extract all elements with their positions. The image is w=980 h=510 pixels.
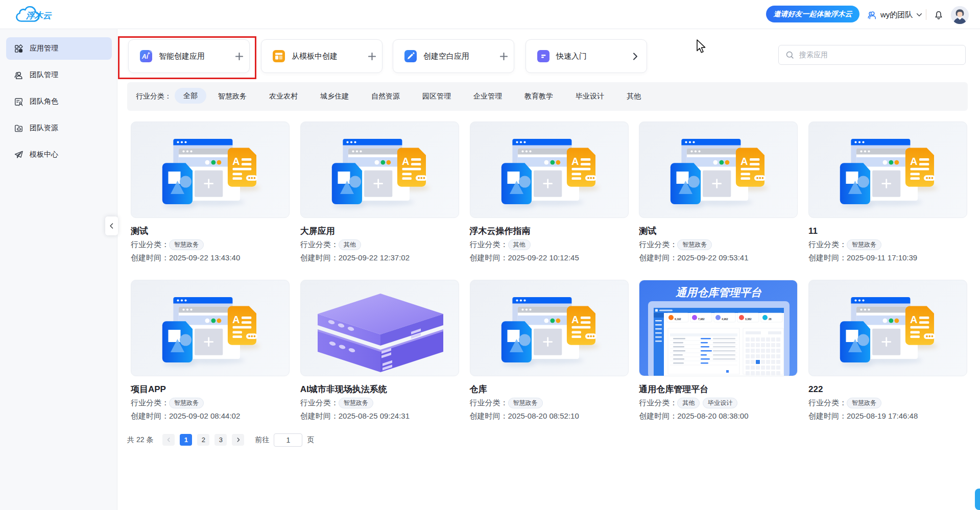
svg-text:浮木云: 浮木云 — [26, 11, 52, 20]
